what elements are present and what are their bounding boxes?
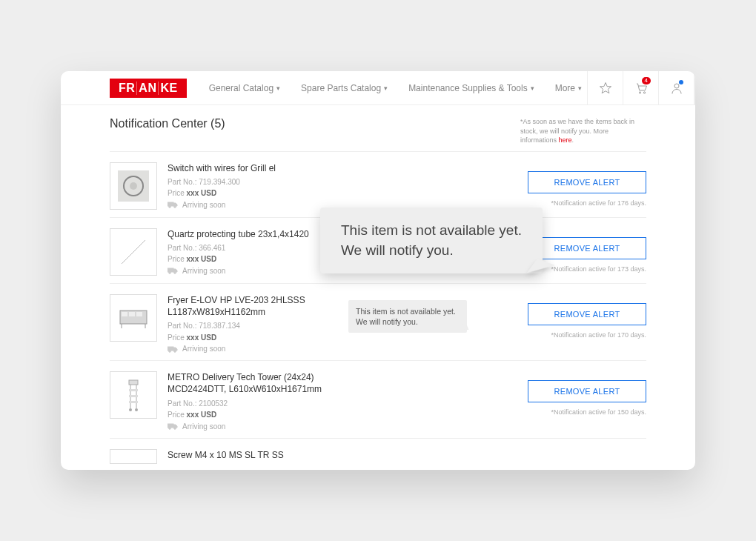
nav-maintenance[interactable]: Maintenance Supplies & Tools ▾ [408,83,534,93]
svg-point-8 [169,206,171,208]
svg-rect-23 [129,380,138,385]
chevron-down-icon: ▾ [531,84,534,92]
product-title: Switch with wires for Grill el [168,162,338,174]
status-text: *Notification active for 170 days. [551,331,646,339]
svg-rect-17 [136,312,142,316]
svg-rect-27 [129,395,138,397]
nav-general-catalog[interactable]: General Catalog ▾ [209,83,280,93]
cart-badge: 4 [642,77,651,84]
shipping-label: Arriving soon [182,422,225,431]
product-price: Price xxx USD [168,409,338,421]
svg-point-29 [129,408,132,411]
cart-button[interactable]: 4 [623,71,658,104]
status-text: *Notification active for 173 days. [551,265,646,273]
svg-point-3 [674,84,679,88]
svg-rect-7 [168,202,173,206]
nav-label: Maintenance Supplies & Tools [408,83,528,93]
app-window: FRANKE General Catalog ▾ Spare Parts Cat… [61,71,695,470]
action-col: REMOVE ALERT *Notification active for 17… [477,294,646,339]
status-text: *Notification active for 150 days. [551,408,646,416]
svg-rect-16 [129,312,135,316]
shipping-status: Arriving soon [168,422,338,431]
product-price: Price xxx USD [168,253,338,265]
action-col: REMOVE ALERT *Notification active for 15… [477,371,646,416]
tooltip-overlay: This item is not available yet. We will … [320,208,543,273]
remove-alert-button[interactable]: REMOVE ALERT [528,171,646,193]
info-text: *As soon as we have the items back in st… [520,117,646,145]
product-partno: Part No.: 366.461 [168,242,338,254]
account-button[interactable] [658,71,694,104]
chevron-down-icon: ▾ [578,84,582,92]
remove-alert-button[interactable]: REMOVE ALERT [528,303,646,325]
truck-icon [168,201,178,208]
info-prefix: *As soon as we have the items back in st… [520,118,634,144]
page-title: Notification Center (5) [110,117,225,130]
svg-point-6 [130,182,137,190]
chevron-down-icon: ▾ [276,84,280,92]
svg-point-2 [643,91,645,93]
favorites-button[interactable] [587,71,623,104]
header-icons: 4 [587,71,695,104]
notification-item: Screw M4 x 10 MS SL TR SS [110,439,646,470]
product-thumb [110,294,157,342]
nav-more[interactable]: More ▾ [555,83,582,93]
svg-point-32 [169,428,171,430]
product-partno: Part No.: 2100532 [168,398,338,410]
product-thumb [110,371,157,419]
svg-rect-31 [168,424,173,428]
product-info: METRO Delivery Tech Tower (24x24) MCD242… [168,371,338,430]
availability-bubble: This item is not available yet. We will … [348,300,467,333]
shipping-status: Arriving soon [168,201,338,209]
truck-icon [168,267,178,274]
product-thumb [110,449,157,464]
product-thumb [110,162,157,210]
remove-alert-button[interactable]: REMOVE ALERT [528,380,646,402]
product-price: Price xxx USD [168,187,338,199]
product-partno: Part No.: 718.387.134 [168,320,338,332]
product-title: Quartz protecting tube 23x1,4x1420 [168,228,338,240]
items-list: Switch with wires for Grill el Part No.:… [110,152,646,470]
svg-rect-20 [168,347,173,351]
star-icon [599,82,612,95]
svg-line-10 [122,240,145,264]
shipping-label: Arriving soon [182,267,225,275]
svg-rect-15 [122,312,127,316]
notification-dot [679,80,683,84]
shipping-status: Arriving soon [168,345,338,353]
nav-label: General Catalog [209,83,273,93]
product-info: Switch with wires for Grill el Part No.:… [168,162,338,209]
action-col: REMOVE ALERT *Notification active for 17… [477,162,646,207]
nav-label: More [555,83,575,93]
svg-point-30 [135,408,138,411]
chevron-down-icon: ▾ [384,84,388,92]
notification-item: METRO Delivery Tech Tower (24x24) MCD242… [110,361,646,438]
product-info: Screw M4 x 10 MS SL TR SS [168,449,338,463]
nav-label: Spare Parts Catalog [301,83,381,93]
status-text: *Notification active for 176 days. [551,199,646,207]
svg-rect-11 [168,268,173,272]
product-price: Price xxx USD [168,332,338,344]
truck-icon [168,345,178,353]
product-title: Fryer E-LOV HP LVE-203 2HLSSS L1187xW819… [168,294,338,318]
svg-point-22 [174,350,176,352]
nav-spare-parts[interactable]: Spare Parts Catalog ▾ [301,83,388,93]
page-header: Notification Center (5) *As soon as we h… [110,117,646,145]
bubble-col [348,371,467,377]
content: Notification Center (5) *As soon as we h… [61,105,695,470]
bubble-col [348,162,467,168]
main-nav: General Catalog ▾ Spare Parts Catalog ▾ … [209,83,583,93]
shipping-status: Arriving soon [168,267,338,275]
svg-point-1 [639,91,640,93]
product-info: Fryer E-LOV HP LVE-203 2HLSSS L1187xW819… [168,294,338,353]
svg-point-21 [169,350,171,352]
product-info: Quartz protecting tube 23x1,4x1420 Part … [168,228,338,275]
shipping-label: Arriving soon [182,345,225,353]
notification-item: Fryer E-LOV HP LVE-203 2HLSSS L1187xW819… [110,284,646,361]
brand-logo[interactable]: FRANKE [110,79,187,98]
bubble-col: This item is not available yet. We will … [348,294,467,333]
shipping-label: Arriving soon [182,201,225,209]
product-title: METRO Delivery Tech Tower (24x24) MCD242… [168,371,338,395]
remove-alert-button[interactable]: REMOVE ALERT [528,237,646,259]
info-link[interactable]: here [559,136,572,144]
topbar: FRANKE General Catalog ▾ Spare Parts Cat… [61,71,695,105]
